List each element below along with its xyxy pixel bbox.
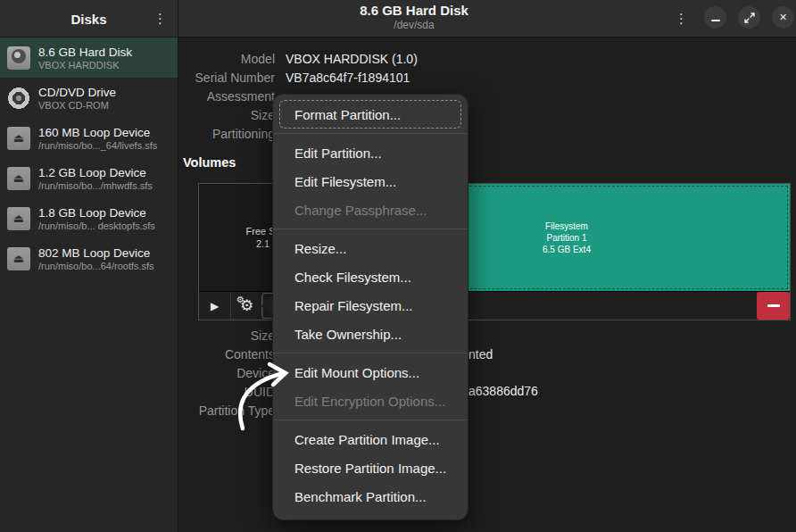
serial-number-value: VB7a8c64f7-f1894101: [286, 69, 418, 87]
eject-icon: ⏏: [13, 252, 24, 265]
device-label: Device: [178, 364, 275, 383]
gear-small-icon: ⚙: [236, 295, 245, 304]
restore-icon: [744, 12, 755, 23]
model-value: VBOX HARDDISK (1.0): [286, 50, 418, 69]
device-subtitle: VBOX HARDDISK: [38, 60, 132, 71]
menu-item-create-partition-image[interactable]: Create Partition Image...: [279, 425, 461, 453]
menu-item-edit-partition[interactable]: Edit Partition...: [279, 138, 461, 167]
partition-options-button[interactable]: ⚙ ⚙: [231, 292, 263, 320]
menu-separator: [273, 420, 468, 420]
device-title: 802 MB Loop Device: [38, 246, 154, 260]
minus-icon: [767, 304, 780, 307]
device-subtitle: /run/miso/b... desktopfs.sfs: [38, 220, 155, 231]
window-title: 8.6 GB Hard Disk: [178, 3, 650, 18]
app-menu-icon[interactable]: ⋮: [669, 0, 693, 37]
device-subtitle: /run/miso/bo..._64/livefs.sfs: [38, 140, 157, 151]
menu-separator: [273, 353, 468, 353]
sidebar-item-cd-drive[interactable]: CD/DVD Drive VBOX CD-ROM: [0, 78, 178, 118]
partition-context-menu: Format Partition... Edit Partition... Ed…: [272, 94, 468, 520]
menu-item-edit-mount-options[interactable]: Edit Mount Options...: [279, 358, 461, 387]
eject-icon: ⏏: [13, 212, 24, 225]
delete-partition-button[interactable]: [757, 292, 790, 320]
device-subtitle: VBOX CD-ROM: [38, 100, 116, 111]
eject-icon: ⏏: [13, 131, 24, 145]
serial-number-label: Serial Number: [178, 69, 275, 87]
menu-item-edit-encryption-options: Edit Encryption Options...: [279, 387, 461, 415]
sidebar-item-hard-disk[interactable]: 8.6 GB Hard Disk VBOX HARDDISK: [0, 37, 178, 78]
menu-item-benchmark-partition[interactable]: Benchmark Partition...: [279, 482, 461, 511]
loop-device-icon: ⏏: [7, 247, 30, 270]
size-label: Size: [178, 106, 275, 125]
minimize-icon: [711, 20, 720, 21]
device-subtitle: /run/miso/bo...64/rootfs.sfs: [38, 261, 154, 271]
device-title: 160 MB Loop Device: [38, 126, 157, 139]
sidebar-item-loop-160mb[interactable]: ⏏ 160 MB Loop Device /run/miso/bo..._64/…: [0, 118, 178, 158]
sidebar-item-loop-1-2gb[interactable]: ⏏ 1.2 GB Loop Device /run/miso/bo.../mhw…: [0, 158, 178, 198]
minimize-button[interactable]: [704, 6, 726, 29]
device-list: 8.6 GB Hard Disk VBOX HARDDISK CD/DVD Dr…: [0, 37, 178, 532]
loop-device-icon: ⏏: [7, 167, 30, 190]
contents-value-fragment: nted: [468, 347, 493, 362]
uuid-value-fragment: a63886dd76: [468, 384, 538, 398]
partition-type-label: Partition Type: [178, 402, 275, 420]
uuid-label: UUID: [178, 383, 275, 402]
volume-size-label: Size: [178, 327, 275, 345]
volume-details: Size Contents Device UUID Partition Type: [178, 327, 286, 420]
eject-icon: ⏏: [13, 171, 24, 185]
sidebar-item-loop-802mb[interactable]: ⏏ 802 MB Loop Device /run/miso/bo...64/r…: [0, 238, 178, 278]
window-subtitle: /dev/sda: [178, 19, 650, 31]
partition-line1: Filesystem: [545, 220, 588, 232]
close-button[interactable]: ✕: [772, 6, 794, 29]
sidebar-item-loop-1-8gb[interactable]: ⏏ 1.8 GB Loop Device /run/miso/b... desk…: [0, 198, 178, 238]
menu-item-restore-partition-image[interactable]: Restore Partition Image...: [279, 453, 461, 482]
volumes-heading: Volumes: [183, 155, 236, 170]
device-subtitle: /run/miso/bo.../mhwdfs.sfs: [38, 180, 153, 191]
model-label: Model: [178, 50, 275, 69]
mount-button[interactable]: ▶: [199, 292, 231, 320]
partition-line2: Partition 1: [546, 232, 586, 244]
play-icon: ▶: [211, 300, 219, 312]
device-title: 1.2 GB Loop Device: [38, 166, 153, 179]
menu-separator: [273, 229, 468, 229]
contents-label: Contents: [178, 345, 275, 364]
partitioning-label: Partitioning: [178, 125, 275, 144]
assessment-label: Assessment: [178, 87, 275, 106]
restore-button[interactable]: [738, 6, 760, 29]
menu-item-resize[interactable]: Resize...: [279, 234, 461, 262]
hard-disk-icon: [7, 46, 30, 70]
menu-pointer-notch: [261, 294, 273, 319]
partition-line3: 6.5 GB Ext4: [543, 244, 591, 255]
menu-item-take-ownership[interactable]: Take Ownership...: [279, 320, 461, 348]
optical-disc-icon: [7, 87, 30, 110]
menu-item-repair-filesystem[interactable]: Repair Filesystem...: [279, 291, 461, 320]
menu-separator: [273, 133, 468, 134]
menu-item-change-passphrase: Change Passphrase...: [279, 195, 461, 224]
sidebar-title: Disks: [70, 12, 106, 27]
menu-item-check-filesystem[interactable]: Check Filesystem...: [279, 262, 461, 291]
device-title: 1.8 GB Loop Device: [38, 206, 155, 220]
loop-device-icon: ⏏: [7, 127, 30, 150]
menu-item-format-partition[interactable]: Format Partition...: [279, 100, 461, 129]
titlebar: Disks ⋮ 8.6 GB Hard Disk /dev/sda ⋮ ✕: [0, 0, 796, 37]
menu-item-edit-filesystem[interactable]: Edit Filesystem...: [279, 167, 461, 195]
loop-device-icon: ⏏: [7, 207, 30, 230]
device-title: CD/DVD Drive: [38, 86, 116, 99]
close-icon: ✕: [779, 12, 787, 23]
device-title: 8.6 GB Hard Disk: [38, 46, 132, 59]
sidebar-menu-icon[interactable]: ⋮: [148, 0, 172, 37]
